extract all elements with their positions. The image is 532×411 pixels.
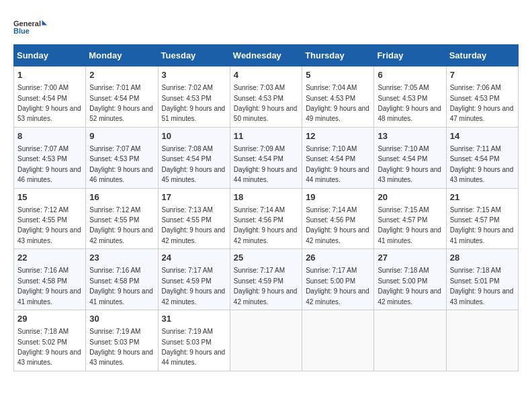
day-cell: 20Sunrise: 7:15 AMSunset: 4:57 PMDayligh… (374, 188, 446, 249)
day-cell: 4Sunrise: 7:03 AMSunset: 4:53 PMDaylight… (230, 66, 302, 128)
day-info: Sunrise: 7:18 AMSunset: 5:02 PMDaylight:… (17, 328, 81, 366)
day-number: 5 (306, 69, 370, 81)
day-cell (446, 310, 518, 371)
day-info: Sunrise: 7:06 AMSunset: 4:53 PMDaylight:… (450, 84, 514, 122)
header-row: SundayMondayTuesdayWednesdayThursdayFrid… (14, 45, 519, 66)
day-info: Sunrise: 7:09 AMSunset: 4:54 PMDaylight:… (234, 145, 298, 183)
day-info: Sunrise: 7:14 AMSunset: 4:56 PMDaylight:… (306, 206, 369, 244)
day-info: Sunrise: 7:05 AMSunset: 4:53 PMDaylight:… (378, 84, 441, 122)
svg-text:Blue: Blue (13, 27, 30, 35)
header-cell-saturday: Saturday (446, 45, 518, 66)
day-cell: 13Sunrise: 7:10 AMSunset: 4:54 PMDayligh… (374, 127, 446, 188)
day-info: Sunrise: 7:02 AMSunset: 4:53 PMDaylight:… (162, 84, 226, 122)
day-number: 13 (378, 130, 442, 142)
day-info: Sunrise: 7:03 AMSunset: 4:53 PMDaylight:… (234, 84, 298, 122)
day-number: 2 (89, 69, 154, 81)
day-info: Sunrise: 7:14 AMSunset: 4:56 PMDaylight:… (234, 206, 298, 244)
day-info: Sunrise: 7:16 AMSunset: 4:58 PMDaylight:… (17, 267, 81, 305)
day-info: Sunrise: 7:08 AMSunset: 4:54 PMDaylight:… (162, 145, 226, 183)
day-number: 24 (162, 252, 226, 264)
logo: General Blue (13, 13, 47, 40)
day-cell: 18Sunrise: 7:14 AMSunset: 4:56 PMDayligh… (230, 188, 302, 249)
day-number: 10 (162, 130, 226, 142)
day-cell: 22Sunrise: 7:16 AMSunset: 4:58 PMDayligh… (14, 249, 86, 310)
header-cell-sunday: Sunday (14, 45, 86, 66)
day-cell: 31Sunrise: 7:19 AMSunset: 5:03 PMDayligh… (158, 310, 230, 371)
day-info: Sunrise: 7:00 AMSunset: 4:54 PMDaylight:… (17, 84, 81, 122)
day-number: 8 (17, 130, 82, 142)
day-info: Sunrise: 7:13 AMSunset: 4:55 PMDaylight:… (162, 206, 226, 244)
day-cell: 5Sunrise: 7:04 AMSunset: 4:53 PMDaylight… (302, 66, 374, 128)
day-number: 19 (306, 191, 370, 203)
day-info: Sunrise: 7:01 AMSunset: 4:54 PMDaylight:… (89, 84, 153, 122)
day-cell: 10Sunrise: 7:08 AMSunset: 4:54 PMDayligh… (158, 127, 230, 188)
day-number: 11 (234, 130, 298, 142)
day-cell: 23Sunrise: 7:16 AMSunset: 4:58 PMDayligh… (86, 249, 158, 310)
day-number: 7 (450, 69, 515, 81)
day-cell: 19Sunrise: 7:14 AMSunset: 4:56 PMDayligh… (302, 188, 374, 249)
day-info: Sunrise: 7:15 AMSunset: 4:57 PMDaylight:… (450, 206, 514, 244)
logo-svg: General Blue (13, 13, 47, 40)
day-cell: 27Sunrise: 7:18 AMSunset: 5:00 PMDayligh… (374, 249, 446, 310)
day-number: 17 (162, 191, 226, 203)
day-cell: 26Sunrise: 7:17 AMSunset: 5:00 PMDayligh… (302, 249, 374, 310)
day-cell: 2Sunrise: 7:01 AMSunset: 4:54 PMDaylight… (86, 66, 158, 128)
week-row-1: 1Sunrise: 7:00 AMSunset: 4:54 PMDaylight… (14, 66, 519, 128)
day-info: Sunrise: 7:12 AMSunset: 4:55 PMDaylight:… (89, 206, 153, 244)
day-cell: 29Sunrise: 7:18 AMSunset: 5:02 PMDayligh… (14, 310, 86, 371)
day-cell: 8Sunrise: 7:07 AMSunset: 4:53 PMDaylight… (14, 127, 86, 188)
day-number: 27 (378, 252, 442, 264)
day-number: 21 (450, 191, 515, 203)
day-cell: 15Sunrise: 7:12 AMSunset: 4:55 PMDayligh… (14, 188, 86, 249)
day-info: Sunrise: 7:16 AMSunset: 4:58 PMDaylight:… (89, 267, 153, 305)
day-cell: 7Sunrise: 7:06 AMSunset: 4:53 PMDaylight… (446, 66, 518, 128)
day-number: 29 (17, 313, 82, 325)
svg-text:General: General (13, 19, 41, 28)
day-number: 18 (234, 191, 298, 203)
header-cell-friday: Friday (374, 45, 446, 66)
day-info: Sunrise: 7:07 AMSunset: 4:53 PMDaylight:… (17, 145, 81, 183)
day-number: 25 (234, 252, 298, 264)
day-cell: 1Sunrise: 7:00 AMSunset: 4:54 PMDaylight… (14, 66, 86, 128)
day-info: Sunrise: 7:10 AMSunset: 4:54 PMDaylight:… (306, 145, 369, 183)
day-number: 16 (89, 191, 154, 203)
day-cell: 28Sunrise: 7:18 AMSunset: 5:01 PMDayligh… (446, 249, 518, 310)
day-number: 14 (450, 130, 515, 142)
day-number: 20 (378, 191, 442, 203)
day-number: 15 (17, 191, 82, 203)
day-number: 3 (162, 69, 226, 81)
day-info: Sunrise: 7:19 AMSunset: 5:03 PMDaylight:… (89, 328, 153, 366)
day-cell: 21Sunrise: 7:15 AMSunset: 4:57 PMDayligh… (446, 188, 518, 249)
calendar-header: SundayMondayTuesdayWednesdayThursdayFrid… (14, 45, 519, 66)
day-cell: 11Sunrise: 7:09 AMSunset: 4:54 PMDayligh… (230, 127, 302, 188)
day-number: 1 (17, 69, 82, 81)
day-info: Sunrise: 7:17 AMSunset: 5:00 PMDaylight:… (306, 267, 369, 305)
day-info: Sunrise: 7:17 AMSunset: 4:59 PMDaylight:… (162, 267, 226, 305)
day-cell: 30Sunrise: 7:19 AMSunset: 5:03 PMDayligh… (86, 310, 158, 371)
calendar-table: SundayMondayTuesdayWednesdayThursdayFrid… (13, 44, 519, 371)
day-number: 22 (17, 252, 82, 264)
week-row-3: 15Sunrise: 7:12 AMSunset: 4:55 PMDayligh… (14, 188, 519, 249)
day-cell: 3Sunrise: 7:02 AMSunset: 4:53 PMDaylight… (158, 66, 230, 128)
week-row-2: 8Sunrise: 7:07 AMSunset: 4:53 PMDaylight… (14, 127, 519, 188)
day-cell: 12Sunrise: 7:10 AMSunset: 4:54 PMDayligh… (302, 127, 374, 188)
day-cell: 17Sunrise: 7:13 AMSunset: 4:55 PMDayligh… (158, 188, 230, 249)
calendar-body: 1Sunrise: 7:00 AMSunset: 4:54 PMDaylight… (14, 66, 519, 371)
day-info: Sunrise: 7:19 AMSunset: 5:03 PMDaylight:… (162, 328, 226, 366)
day-info: Sunrise: 7:04 AMSunset: 4:53 PMDaylight:… (306, 84, 369, 122)
day-info: Sunrise: 7:07 AMSunset: 4:53 PMDaylight:… (89, 145, 153, 183)
day-number: 9 (89, 130, 154, 142)
day-cell: 16Sunrise: 7:12 AMSunset: 4:55 PMDayligh… (86, 188, 158, 249)
day-cell: 6Sunrise: 7:05 AMSunset: 4:53 PMDaylight… (374, 66, 446, 128)
day-info: Sunrise: 7:11 AMSunset: 4:54 PMDaylight:… (450, 145, 514, 183)
day-number: 31 (162, 313, 226, 325)
header-cell-thursday: Thursday (302, 45, 374, 66)
day-cell: 9Sunrise: 7:07 AMSunset: 4:53 PMDaylight… (86, 127, 158, 188)
day-info: Sunrise: 7:10 AMSunset: 4:54 PMDaylight:… (378, 145, 441, 183)
day-cell: 14Sunrise: 7:11 AMSunset: 4:54 PMDayligh… (446, 127, 518, 188)
day-info: Sunrise: 7:18 AMSunset: 5:00 PMDaylight:… (378, 267, 441, 305)
header-cell-wednesday: Wednesday (230, 45, 302, 66)
week-row-5: 29Sunrise: 7:18 AMSunset: 5:02 PMDayligh… (14, 310, 519, 371)
svg-marker-2 (42, 20, 48, 26)
day-number: 6 (378, 69, 442, 81)
